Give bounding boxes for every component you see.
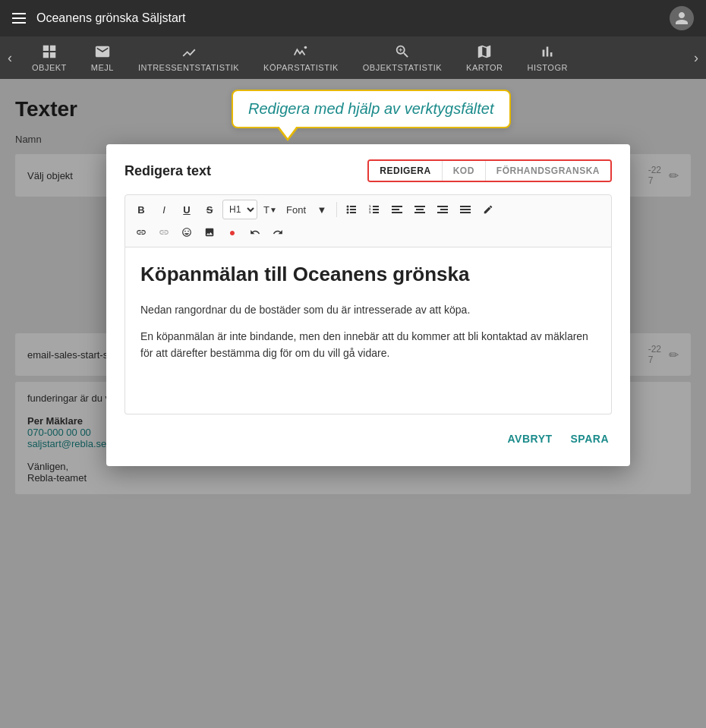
svg-point-1 [347,206,349,208]
nav-items: OBJEKT MEJL INTRESSENTSTATISTIK KÖPARSTA… [20,36,686,79]
svg-rect-23 [460,209,471,210]
nav-item-kartor[interactable]: KARTOR [454,36,515,79]
svg-rect-16 [414,206,425,207]
toolbar-color-button[interactable]: ● [222,222,242,242]
svg-rect-19 [437,206,448,207]
toolbar-link-button[interactable] [131,222,151,242]
toolbar-align-left-button[interactable] [387,200,407,219]
nav-item-objekt[interactable]: OBJEKT [20,36,79,79]
toolbar-align-center-button[interactable] [410,200,430,219]
toolbar-font-label: Font [283,204,309,216]
toolbar-font-dropdown[interactable]: ▼ [312,200,332,219]
svg-point-3 [347,212,349,214]
svg-rect-6 [350,212,356,213]
edit-text-modal: Redigera text REDIGERA KOD FÖRHANDSGRANS… [106,144,630,466]
svg-point-0 [304,46,307,49]
nav-item-label-kartor: KARTOR [466,63,503,72]
svg-text:3.: 3. [369,210,371,214]
toolbar-row-1: B I U S H1H2H3P T▼ Font ▼ 1.2.3. [131,200,605,219]
nav-item-koparstatistik[interactable]: KÖPARSTATISTIK [251,36,351,79]
svg-rect-5 [350,209,356,210]
tooltip-text: Redigera med hjälp av verktygsfältet [248,100,494,117]
svg-rect-14 [392,209,399,210]
tooltip-box: Redigera med hjälp av verktygsfältet [232,90,511,128]
nav-item-label-objekt: OBJEKT [32,63,67,72]
modal-tabs: REDIGERA KOD FÖRHANDSGRANSKA [367,159,612,182]
nav-item-label-intressentstatistik: INTRESSENTSTATISTIK [138,63,239,72]
toolbar-italic-button[interactable]: I [154,200,174,219]
top-bar: Oceanens grönska Säljstart [0,0,706,36]
svg-rect-4 [350,206,356,207]
app-title: Oceanens grönska Säljstart [36,11,670,25]
toolbar-redo-button[interactable] [268,222,288,242]
cancel-button[interactable]: AVBRYT [505,427,556,451]
editor-para-1: Nedan rangordnar du de bostäder som du ä… [140,301,596,318]
nav-prev-arrow[interactable]: ‹ [0,36,20,79]
toolbar-underline-button[interactable]: U [177,200,197,219]
menu-icon[interactable] [12,13,26,24]
toolbar-font-type-button[interactable]: T▼ [260,200,280,219]
tooltip-arrow [277,128,298,141]
nav-next-arrow[interactable]: › [686,36,706,79]
editor-toolbar: B I U S H1H2H3P T▼ Font ▼ 1.2.3. [124,194,612,247]
toolbar-row-2: ● [131,222,605,242]
toolbar-heading-select[interactable]: H1H2H3P [222,200,257,219]
editor-para-2: En köpanmälan är inte bindande, men den … [140,328,596,362]
tooltip-callout: Redigera med hjälp av verktygsfältet [232,90,511,142]
toolbar-undo-button[interactable] [245,222,265,242]
toolbar-list-unordered-button[interactable] [342,200,361,219]
secondary-nav: ‹ OBJEKT MEJL INTRESSENTSTATISTIK [0,36,706,79]
nav-item-histogr[interactable]: HISTOGR [515,36,580,79]
svg-rect-10 [373,206,379,207]
toolbar-align-right-button[interactable] [433,200,452,219]
nav-item-mejl[interactable]: MEJL [79,36,126,79]
nav-item-label-koparstatistik: KÖPARSTATISTIK [263,63,339,72]
modal-header: Redigera text REDIGERA KOD FÖRHANDSGRANS… [124,159,612,182]
tab-forhandsgranska[interactable]: FÖRHANDSGRANSKA [486,161,610,181]
toolbar-image-button[interactable] [200,222,219,242]
nav-item-objektstatistik[interactable]: OBJEKTSTATISTIK [351,36,454,79]
svg-point-2 [347,209,349,211]
nav-item-label-objektstatistik: OBJEKTSTATISTIK [363,63,442,72]
toolbar-strike-button[interactable]: S [200,200,219,219]
svg-rect-21 [437,212,448,213]
svg-rect-18 [414,212,425,213]
avatar[interactable] [670,6,694,30]
svg-rect-11 [373,209,379,210]
toolbar-divider-1 [336,202,337,217]
svg-rect-17 [416,209,424,210]
svg-rect-13 [392,206,402,207]
editor-heading: Köpanmälan till Oceanens grönska [140,263,596,286]
nav-item-label-mejl: MEJL [91,63,114,72]
modal-footer: AVBRYT SPARA [124,414,612,451]
toolbar-pen-button[interactable] [478,200,498,219]
svg-rect-12 [373,212,379,213]
svg-rect-15 [392,212,402,213]
tab-kod[interactable]: KOD [443,161,486,181]
toolbar-unlink-button[interactable] [154,222,174,242]
nav-item-label-histogr: HISTOGR [528,63,568,72]
tab-redigera[interactable]: REDIGERA [369,161,442,181]
svg-rect-20 [440,209,448,210]
toolbar-emoji-button[interactable] [177,222,197,242]
editor-area[interactable]: Köpanmälan till Oceanens grönska Nedan r… [124,247,612,414]
nav-item-intressentstatistik[interactable]: INTRESSENTSTATISTIK [126,36,251,79]
toolbar-align-justify-button[interactable] [455,200,475,219]
toolbar-bold-button[interactable]: B [131,200,151,219]
save-button[interactable]: SPARA [568,427,612,451]
modal-title: Redigera text [124,163,211,179]
toolbar-list-ordered-button[interactable]: 1.2.3. [364,200,384,219]
svg-rect-24 [460,212,471,213]
svg-rect-22 [460,206,471,207]
